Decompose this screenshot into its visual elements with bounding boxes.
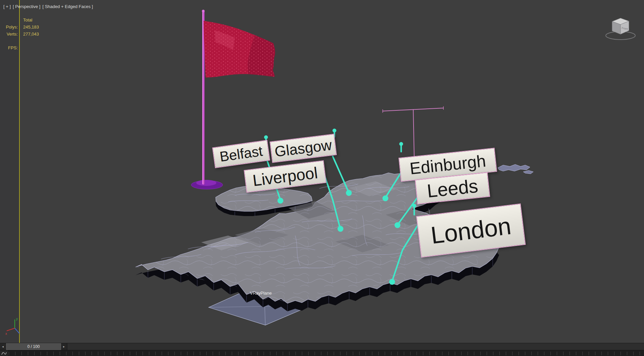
viewport-canvas[interactable]: [ + ] [ Perspective ] [ Shaded + Edged F…: [0, 0, 644, 343]
viewport-shading-menu[interactable]: [ Shaded + Edged Faces ]: [42, 4, 93, 9]
previous-frame-button[interactable]: ◄: [0, 343, 6, 350]
time-slider-handle[interactable]: 0 / 100: [6, 343, 61, 350]
mini-curve-editor-button[interactable]: [0, 350, 8, 356]
time-slider-track[interactable]: [67, 343, 644, 350]
track-bar-ticks[interactable]: [9, 352, 643, 355]
stats-polys-label: Polys:: [0, 24, 18, 30]
stats-fps-label: FPS:: [0, 45, 18, 50]
curve-icon: [1, 351, 7, 355]
stats-total-header: Total: [23, 17, 32, 22]
viewport-general-menu[interactable]: [ + ]: [3, 4, 11, 9]
world-axis-gizmo: y x: [5, 315, 28, 339]
viewport-label: [ + ] [ Perspective ] [ Shaded + Edged F…: [3, 4, 93, 9]
stats-verts-label: Verts:: [0, 32, 18, 37]
flag-wireframe-dots: [204, 21, 275, 78]
3dsmax-window: [ + ] [ Perspective ] [ Shaded + Edged F…: [0, 0, 644, 356]
stats-polys-value: 245,183: [23, 24, 39, 30]
axis-x-line: [7, 328, 15, 331]
vrayplane-name-label: VRayPlane: [250, 291, 272, 296]
stats-verts-value: 277,043: [23, 32, 39, 37]
next-frame-button[interactable]: ►: [61, 343, 67, 350]
viewport-pov-menu[interactable]: [ Perspective ]: [13, 4, 40, 9]
islands-object[interactable]: [498, 164, 533, 174]
axis-y-label: y: [16, 317, 18, 321]
viewcube[interactable]: Front: [602, 13, 639, 42]
axis-z-line: [15, 328, 19, 334]
axis-x-label: x: [5, 332, 7, 336]
time-slider[interactable]: ◄ 0 / 100 ►: [0, 343, 644, 350]
track-bar[interactable]: [0, 350, 644, 356]
